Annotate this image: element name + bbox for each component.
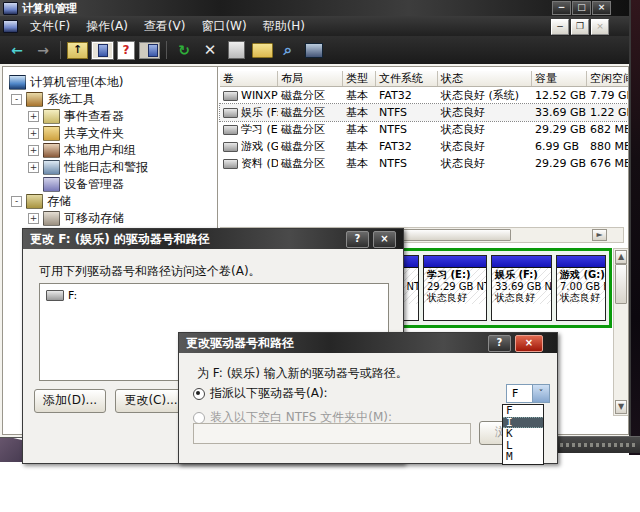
storage-icon — [26, 194, 43, 209]
dialog-title: 更改 F: (娱乐) 的驱动器号和路径 — [30, 231, 210, 248]
tree-item-event-viewer[interactable]: + 事件查看器 — [7, 108, 217, 125]
help-button[interactable]: ? — [346, 231, 369, 248]
panel-glyph — [98, 44, 108, 57]
scrollbar-thumb[interactable] — [615, 264, 627, 304]
toolbar: ← → ↑ ? ↻ ✕ ⌕ — [0, 36, 629, 64]
search-icon[interactable]: ⌕ — [277, 40, 299, 60]
tree-item-storage[interactable]: - 存储 — [7, 193, 217, 210]
vertical-scrollbar[interactable]: ▲ ▼ — [613, 248, 629, 416]
table-row[interactable]: 资料 (D:) 磁盘分区 基本 NTFS 状态良好 29.29 GB 676 M… — [220, 155, 629, 172]
minimize-button[interactable]: − — [552, 1, 571, 15]
column-header-capacity[interactable]: 容量 — [532, 71, 587, 86]
partition-box-g[interactable]: 游戏 (G:) 7.00 GB FAT32 状态良好 — [556, 255, 606, 321]
collapse-icon[interactable]: - — [11, 94, 22, 105]
computer-help-icon[interactable] — [305, 43, 323, 58]
tree-item-label: 共享文件夹 — [64, 125, 124, 142]
performance-logs-icon — [43, 160, 60, 175]
change-button[interactable]: 更改(C)... — [115, 389, 187, 413]
local-users-groups-icon — [43, 143, 60, 158]
column-header-free[interactable]: 空闲空间 — [587, 71, 629, 86]
drive-letter-combobox[interactable]: F ˅ — [506, 384, 550, 403]
expand-icon[interactable]: + — [28, 213, 39, 224]
volume-icon — [223, 159, 238, 169]
volume-icon — [223, 91, 238, 101]
forward-icon[interactable]: → — [32, 40, 54, 60]
mdi-minimize-button[interactable]: − — [551, 19, 569, 35]
expand-icon[interactable]: + — [28, 111, 39, 122]
console-tree-toggle-icon[interactable] — [92, 42, 113, 59]
close-button[interactable]: × — [592, 1, 611, 15]
toolbar-separator — [60, 41, 61, 59]
table-row[interactable]: 游戏 (G:) 磁盘分区 基本 FAT32 状态良好 6.99 GB 880 M… — [220, 138, 629, 155]
partition-box-e[interactable]: 学习 (E:) 29.29 GB NTFS 状态良好 — [423, 255, 487, 321]
table-row[interactable]: 学习 (E:) 磁盘分区 基本 NTFS 状态良好 29.29 GB 682 M… — [220, 121, 629, 138]
dropdown-option[interactable]: K — [503, 428, 543, 440]
system-tools-icon — [26, 92, 43, 107]
tree-item-label: 设备管理器 — [64, 176, 124, 193]
list-item[interactable]: F: — [40, 284, 388, 302]
menu-window[interactable]: 窗口(W) — [193, 17, 254, 36]
table-row[interactable]: WINXP (C:) 磁盘分区 基本 FAT32 状态良好 (系统) 12.52… — [220, 87, 629, 104]
scroll-up-icon[interactable]: ▲ — [615, 250, 627, 264]
up-folder-icon[interactable]: ↑ — [67, 42, 88, 59]
tree-item-system-tools[interactable]: - 系统工具 — [7, 91, 217, 108]
menu-view[interactable]: 查看(V) — [136, 17, 194, 36]
tree-item-local-users[interactable]: + 本地用户和组 — [7, 142, 217, 159]
column-header-layout[interactable]: 布局 — [278, 71, 343, 86]
close-button[interactable]: × — [373, 231, 396, 248]
expand-icon[interactable]: + — [28, 162, 39, 173]
menu-action[interactable]: 操作(A) — [78, 17, 136, 36]
partition-color-bar — [424, 256, 486, 268]
help-button[interactable]: ? — [488, 335, 511, 352]
scroll-down-icon[interactable]: ▼ — [615, 400, 627, 414]
drive-icon — [46, 290, 64, 301]
mdi-child-icon — [3, 20, 18, 33]
add-button[interactable]: 添加(D)... — [34, 389, 106, 413]
menu-file[interactable]: 文件(F) — [22, 17, 78, 36]
screen: 计算机管理 − □ × 文件(F) 操作(A) 查看(V) 窗口(W) 帮助(H… — [0, 0, 640, 512]
expand-icon[interactable]: + — [28, 145, 39, 156]
volume-table-header: 卷 布局 类型 文件系统 状态 容量 空闲空间 — [220, 71, 629, 87]
maximize-button[interactable]: □ — [572, 1, 591, 15]
show-panel-icon[interactable] — [139, 42, 160, 59]
partition-box-f[interactable]: 娱乐 (F:) 33.69 GB NTFS 状态良好 — [491, 255, 552, 321]
dropdown-option[interactable]: M — [503, 451, 543, 463]
column-header-type[interactable]: 类型 — [343, 71, 376, 86]
tree-item-device-manager[interactable]: 设备管理器 — [7, 176, 217, 193]
help-doc-icon[interactable]: ? — [117, 41, 135, 60]
tree-item-shared-folders[interactable]: + 共享文件夹 — [7, 125, 217, 142]
dropdown-option[interactable]: F — [503, 405, 543, 417]
delete-icon[interactable]: ✕ — [199, 40, 221, 60]
menu-bar: 文件(F) 操作(A) 查看(V) 窗口(W) 帮助(H) — [0, 16, 629, 36]
collapse-icon[interactable]: - — [11, 196, 22, 207]
event-viewer-icon — [43, 109, 60, 124]
open-folder-icon[interactable] — [252, 43, 273, 58]
tree-item-performance-logs[interactable]: + 性能日志和警报 — [7, 159, 217, 176]
properties-icon[interactable] — [228, 41, 245, 59]
table-row-selected[interactable]: 娱乐 (F:) 磁盘分区 基本 NTFS 状态良好 33.69 GB 1.22 … — [220, 104, 629, 121]
close-button[interactable]: × — [515, 335, 543, 352]
chevron-down-icon[interactable]: ˅ — [532, 385, 549, 402]
volume-icon — [223, 142, 238, 152]
volume-icon — [223, 108, 238, 118]
radio-selected-icon[interactable] — [193, 388, 205, 400]
dialog-title: 更改驱动器号和路径 — [186, 335, 294, 352]
dialog-instruction: 可用下列驱动器号和路径访问这个卷(A)。 — [39, 263, 261, 280]
title-bar: 计算机管理 − □ × — [0, 0, 629, 16]
refresh-icon[interactable]: ↻ — [173, 40, 195, 60]
tree-item-root[interactable]: 计算机管理(本地) — [7, 74, 217, 91]
menu-help[interactable]: 帮助(H) — [255, 17, 313, 36]
tree-item-removable-storage[interactable]: + 可移动存储 — [7, 210, 217, 227]
partition-color-bar — [557, 256, 605, 268]
mdi-restore-button[interactable]: ❐ — [571, 19, 589, 35]
column-header-filesystem[interactable]: 文件系统 — [376, 71, 438, 86]
back-icon[interactable]: ← — [6, 40, 28, 60]
scroll-right-icon[interactable]: ► — [592, 229, 607, 241]
column-header-volume[interactable]: 卷 — [220, 71, 278, 86]
column-header-status[interactable]: 状态 — [438, 71, 532, 86]
expand-icon[interactable]: + — [28, 128, 39, 139]
tree-item-label: 可移动存储 — [64, 210, 124, 227]
assign-letter-radio[interactable]: 指派以下驱动器号(A): — [193, 385, 328, 402]
combobox-value: F — [507, 387, 518, 400]
tree-item-label: 系统工具 — [47, 91, 95, 108]
